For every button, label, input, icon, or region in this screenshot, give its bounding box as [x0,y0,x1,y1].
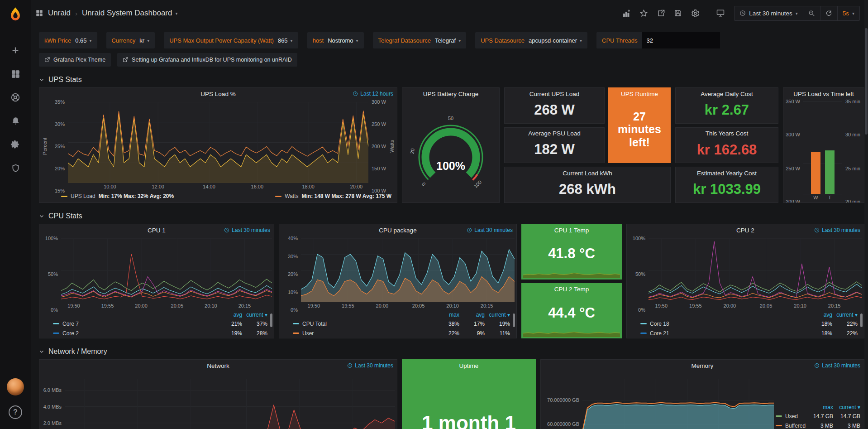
panel-title[interactable]: Current UPS Load [505,88,604,100]
sidebar-item-dashboards[interactable] [10,68,21,80]
legend-col-max[interactable]: max [434,312,459,318]
dashboard-title[interactable]: Unraid System Dashboard ▾ [82,9,177,18]
legend-series[interactable]: Core 18 [640,321,807,327]
sidebar-item-alerting[interactable] [10,115,21,127]
plot-area[interactable] [803,101,842,194]
panel-title[interactable]: Uptime [402,360,535,371]
user-avatar[interactable] [7,378,24,395]
star-button[interactable] [636,6,651,20]
legend-series[interactable]: Buffered [776,423,806,429]
refresh-button[interactable] [820,6,837,20]
legend-scrollbar[interactable] [270,313,272,327]
panel-title[interactable]: Network Last 30 minutes [39,360,397,371]
legend-series[interactable]: WattsMin: 148 W Max: 278 W Avg: 175 W [275,193,391,199]
plot-area[interactable] [301,238,515,302]
legend-series-name[interactable]: Core 7 [62,321,79,327]
legend-series-name[interactable]: User [302,330,314,337]
legend-series-name[interactable]: Used [785,413,798,419]
legend-series-name[interactable]: Core 2 [62,330,79,337]
bar-T[interactable] [825,150,835,194]
panel-title[interactable]: CPU 2 Last 30 minutes [627,224,864,236]
variable-value-dropdown[interactable]: 0.65▾ [75,37,91,44]
legend-series[interactable]: Core 2 [53,330,217,337]
settings-button[interactable] [688,6,702,20]
legend-col-avg[interactable]: avg [459,312,485,318]
cycle-view-button[interactable] [713,6,728,20]
sidebar-item-server-admin[interactable] [10,162,21,174]
grafana-logo[interactable] [8,0,23,29]
page-scrollbar[interactable] [864,0,868,429]
time-range-picker[interactable]: Last 30 minutes ▾ [734,6,802,20]
variable-value-dropdown[interactable]: apcupsd-container▾ [529,37,582,44]
panel-time-badge[interactable]: Last 30 minutes [224,224,270,236]
legend-col-avg[interactable]: avg [217,312,242,318]
legend-col-current[interactable]: current ▾ [485,312,510,318]
plot-area[interactable] [61,238,272,302]
panel-title[interactable]: Current Load kWh [505,167,670,179]
panel-title[interactable]: Average PSU Load [505,128,604,140]
link-grafana-plex-theme[interactable]: Grafana Plex Theme [39,53,111,67]
share-button[interactable] [653,6,668,20]
legend-scrollbar[interactable] [513,313,515,327]
add-panel-button[interactable] [619,6,634,20]
save-button[interactable] [671,6,685,20]
zoom-out-button[interactable] [803,6,820,20]
legend-series[interactable]: Used [776,413,806,419]
legend-series-name[interactable]: Buffered [785,423,806,429]
row-header-network-memory[interactable]: Network / Memory [39,344,864,359]
panel-title[interactable]: UPS Load vs Time left [783,88,864,100]
legend-series-name[interactable]: UPS Load [71,193,95,199]
legend-series[interactable]: CPU Total [293,321,434,327]
panel-time-badge[interactable]: Last 30 minutes [467,224,513,236]
row-header-cpu-stats[interactable]: CPU Stats [39,208,864,224]
variable-value-dropdown[interactable]: Nostromo▾ [328,37,358,44]
legend-col-current[interactable]: current ▾ [833,404,860,410]
variable-value-dropdown[interactable]: Telegraf▾ [435,37,461,44]
legend-scrollbar[interactable] [860,313,863,327]
panel-time-badge[interactable]: Last 30 minutes [814,224,860,236]
panel-title[interactable]: Estimated Yearly Cost [676,167,778,179]
plot-area[interactable] [649,238,862,302]
help-button[interactable]: ? [9,405,22,419]
plot-area[interactable] [582,379,774,429]
panel-time-badge[interactable]: Last 30 minutes [347,360,393,371]
legend-col-avg[interactable]: avg [807,312,832,318]
panel-title[interactable]: CPU 1 Temp [522,224,621,236]
sidebar-item-create[interactable] [10,44,21,56]
bar-W[interactable] [811,152,820,194]
panel-title[interactable]: CPU 2 Temp [522,284,621,295]
panel-title[interactable]: UPS Battery Charge [402,88,499,100]
plot-area[interactable] [68,102,368,183]
legend-series-name[interactable]: Watts [285,193,298,199]
plot-area[interactable] [65,379,395,429]
panel-title[interactable]: CPU 1 Last 30 minutes [39,224,274,236]
legend-series[interactable]: Core 7 [53,321,217,327]
panel-title[interactable]: Average Daily Cost [676,88,778,100]
panel-title[interactable]: This Years Cost [676,128,778,140]
link-grafana-influxdb-guide[interactable]: Setting up Grafana and InfluxDB for UPS … [117,53,297,67]
panel-title[interactable]: Memory Last 30 minutes [541,360,864,371]
row-header-ups-stats[interactable]: UPS Stats [39,72,864,87]
panel-time-badge[interactable]: Last 12 hours [353,88,393,100]
legend-series-name[interactable]: Core 21 [650,330,669,337]
variable-value-dropdown[interactable]: 865▾ [278,37,293,44]
legend-series[interactable]: UPS LoadMin: 17% Max: 32% Avg: 20% [61,193,174,199]
sidebar-item-explore[interactable] [10,92,21,103]
cpu-threads-input[interactable] [642,32,720,48]
sidebar-item-configuration[interactable] [10,139,21,150]
variable-value-dropdown[interactable]: kr▾ [139,37,149,44]
legend-series[interactable]: Core 21 [640,330,807,337]
legend-col-current[interactable]: current ▾ [242,312,267,318]
panel-title[interactable]: UPS Load % Last 12 hours [39,88,397,100]
legend-series-name[interactable]: Core 18 [650,321,669,327]
page-scrollbar-thumb[interactable] [865,28,868,135]
panel-title[interactable]: CPU package Last 30 minutes [279,224,516,236]
breadcrumb-folder[interactable]: Unraid [48,9,71,18]
panel-time-badge[interactable]: Last 30 minutes [814,360,860,371]
legend-col-max[interactable]: max [806,404,833,410]
legend-series[interactable]: User [293,330,434,337]
refresh-interval-picker[interactable]: 5s ▾ [837,6,859,20]
legend-series-name[interactable]: CPU Total [302,321,327,327]
legend-col-current[interactable]: current ▾ [832,312,858,318]
panel-title[interactable]: UPS Runtime [609,88,670,100]
